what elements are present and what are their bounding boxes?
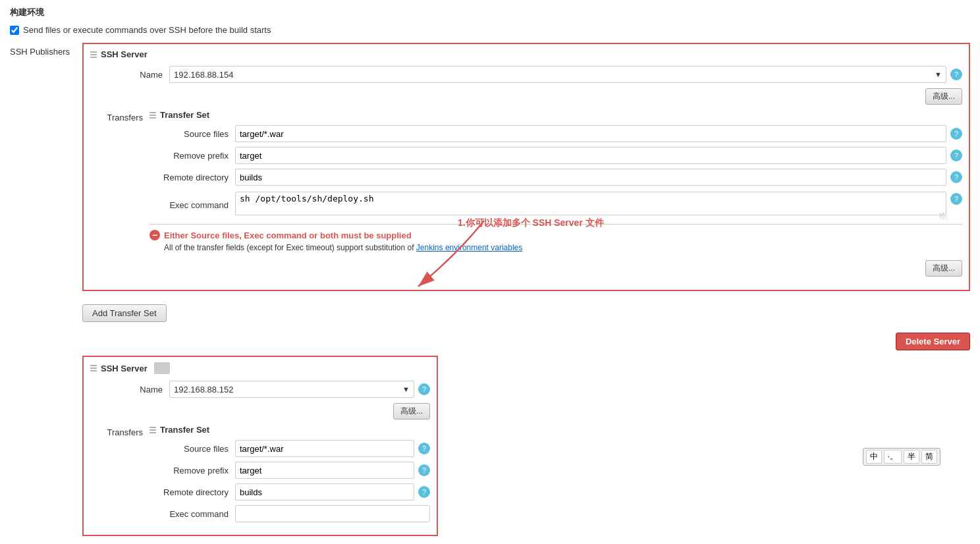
checkbox-row: Send files or execute commands over SSH … <box>10 25 970 35</box>
transfers-row-2: Transfers Transfer Set Source files <box>90 425 430 527</box>
drag-handle-1[interactable] <box>90 51 97 58</box>
ssh-server-box-1: SSH Server Name 192.168.88.154 ▼ ? 高 <box>82 43 970 291</box>
remote-dir-input-1[interactable]: builds <box>235 169 946 186</box>
error-line-1: − Either Source files, Exec command or b… <box>150 230 962 240</box>
transfer-set-label-2: Transfer Set <box>160 425 209 435</box>
name-row-1: Name 192.168.88.154 ▼ ? <box>90 66 962 83</box>
source-files-row-1: Source files target/*.war ? <box>150 125 962 142</box>
advanced-row-2: 高级... <box>90 260 962 277</box>
source-files-input-1[interactable]: target/*.war <box>235 125 946 142</box>
transfer-drag-handle-2[interactable] <box>150 427 156 433</box>
name-label-2: Name <box>90 385 163 394</box>
remove-prefix-label-2: Remove prefix <box>150 466 229 476</box>
error-link-1[interactable]: Jenkins environment variables <box>416 243 522 252</box>
name-row-2: Name 192.168.88.152 ▼ ? <box>90 381 430 398</box>
exec-cmd-input-1[interactable]: sh /opt/tools/sh/deploy.sh <box>235 192 946 215</box>
source-files-help-2[interactable]: ? <box>418 443 430 454</box>
ssh-publishers-label: SSH Publishers <box>10 43 76 57</box>
add-transfer-set-button[interactable]: Add Transfer Set <box>82 304 167 322</box>
name-select-1[interactable]: 192.168.88.154 ▼ <box>169 66 946 83</box>
advanced-btn-3[interactable]: 高级... <box>393 403 430 420</box>
remote-dir-row-2: Remote directory builds ? <box>150 483 430 501</box>
remote-dir-help-1[interactable]: ? <box>950 171 962 183</box>
name-select-2[interactable]: 192.168.88.152 ▼ <box>169 381 414 398</box>
remove-prefix-row-1: Remove prefix target ? <box>150 147 962 164</box>
advanced-btn-1[interactable]: 高级... <box>925 88 962 105</box>
exec-cmd-wrap-2 <box>235 505 430 522</box>
exec-resize-handle-1[interactable] <box>940 213 946 219</box>
exec-cmd-label-2: Exec command <box>150 509 229 519</box>
ssh-server-header-2: SSH Server <box>90 362 430 374</box>
delete-server-button[interactable]: Delete Server <box>896 333 970 350</box>
error-icon-1: − <box>150 230 160 240</box>
remote-dir-wrap-2: builds ? <box>235 483 430 501</box>
remove-prefix-input-2[interactable]: target <box>235 462 414 479</box>
ime-btn-zh[interactable]: 中 <box>866 450 882 464</box>
page-title: 构建环境 <box>10 7 970 18</box>
remove-prefix-label-1: Remove prefix <box>150 151 229 161</box>
drag-handle-2[interactable] <box>90 365 97 371</box>
remove-prefix-help-1[interactable]: ? <box>950 150 962 161</box>
source-files-wrap-1: target/*.war ? <box>235 125 962 142</box>
transfer-drag-handle-1[interactable] <box>150 112 156 119</box>
exec-cmd-input-2[interactable] <box>235 505 430 522</box>
error-desc-1: All of the transfer fields (except for E… <box>164 243 962 252</box>
exec-cmd-label-1: Exec command <box>150 200 229 210</box>
name-label-1: Name <box>90 70 163 80</box>
source-files-input-2[interactable]: target/*.war <box>235 440 414 457</box>
ssh-servers-container: SSH Server Name 192.168.88.154 ▼ ? 高 <box>82 43 970 543</box>
name-select-wrap-1: 192.168.88.154 ▼ ? <box>169 66 962 83</box>
ssh-server-label-2: SSH Server <box>101 364 148 373</box>
transfer-set-container-1: Transfer Set Source files target/*.war ? <box>150 110 962 255</box>
exec-cmd-help-1[interactable]: ? <box>950 193 962 205</box>
remove-prefix-row-2: Remove prefix target ? <box>150 462 430 479</box>
ssh-before-build-checkbox[interactable] <box>10 26 19 35</box>
source-files-label-1: Source files <box>150 129 229 139</box>
ssh-server-box-2: SSH Server Name 192.168.88.152 ▼ ? <box>82 356 438 536</box>
exec-cmd-row-2: Exec command <box>150 505 430 522</box>
name-help-icon-2[interactable]: ? <box>418 383 430 395</box>
remote-dir-wrap-1: builds ? <box>235 169 962 186</box>
remote-dir-label-2: Remote directory <box>150 487 229 497</box>
name-help-icon-1[interactable]: ? <box>950 68 962 80</box>
source-files-row-2: Source files target/*.war ? <box>150 440 430 457</box>
exec-cmd-row-1: Exec command sh /opt/tools/sh/deploy.sh … <box>150 190 962 219</box>
remove-prefix-help-2[interactable]: ? <box>418 464 430 476</box>
ime-btn-simple[interactable]: 简 <box>921 450 937 464</box>
add-transfer-set-row: Add Transfer Set <box>82 298 970 329</box>
exec-cmd-wrap-1: sh /opt/tools/sh/deploy.sh ? <box>235 190 962 219</box>
ime-btn-half[interactable]: 半 <box>904 450 919 464</box>
checkbox-label: Send files or execute commands over SSH … <box>23 25 271 35</box>
page-container: 构建环境 Send files or execute commands over… <box>0 0 980 544</box>
remote-dir-input-2[interactable]: builds <box>235 483 414 501</box>
dropdown-arrow-2: ▼ <box>402 385 410 393</box>
ssh-server-header-1: SSH Server <box>90 49 962 59</box>
error-text-1: Either Source files, Exec command or bot… <box>164 231 412 240</box>
transfer-set-label-1: Transfer Set <box>160 110 209 120</box>
source-files-help-1[interactable]: ? <box>950 128 962 140</box>
transfer-set-container-2: Transfer Set Source files target/*.war ? <box>150 425 430 527</box>
dropdown-arrow-1: ▼ <box>935 70 942 78</box>
delete-server-row: Delete Server <box>82 333 970 350</box>
remove-prefix-wrap-1: target ? <box>235 147 962 164</box>
remove-prefix-input-1[interactable]: target <box>235 147 946 164</box>
remote-dir-help-2[interactable]: ? <box>418 486 430 498</box>
error-box-1: − Either Source files, Exec command or b… <box>150 224 962 255</box>
advanced-row-1: 高级... <box>90 88 962 105</box>
transfer-set-header-1: Transfer Set <box>150 110 962 120</box>
ssh-server-label-1: SSH Server <box>101 49 148 59</box>
ssh-server-icon-2 <box>154 362 170 374</box>
transfers-row-1: Transfers Transfer Set Source files <box>90 110 962 255</box>
remote-dir-row-1: Remote directory builds ? <box>150 169 962 186</box>
remove-prefix-wrap-2: target ? <box>235 462 430 479</box>
source-files-wrap-2: target/*.war ? <box>235 440 430 457</box>
ssh-publishers-row: SSH Publishers SSH Server Name 192.168.8 <box>10 43 970 543</box>
advanced-btn-2[interactable]: 高级... <box>925 260 962 277</box>
ime-toolbar: 中 ·。 半 简 <box>863 448 940 466</box>
source-files-label-2: Source files <box>150 444 229 454</box>
transfers-label-2: Transfers <box>90 425 143 437</box>
ime-btn-dot[interactable]: ·。 <box>884 450 902 464</box>
advanced-row-3: 高级... <box>90 403 430 420</box>
remote-dir-label-1: Remote directory <box>150 173 229 182</box>
transfer-set-header-2: Transfer Set <box>150 425 430 435</box>
